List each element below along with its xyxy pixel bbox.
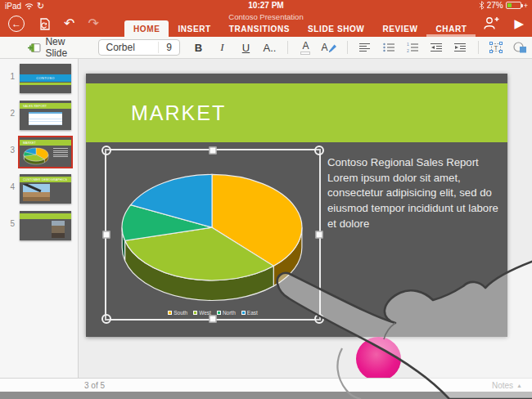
thumb3-title-band: MARKET (20, 140, 71, 146)
thumb2-title-band: SALES REPORT (20, 103, 71, 109)
tab-review[interactable]: REVIEW (373, 20, 426, 37)
app-header: iPad ↻ 10:27 PM 27% + Contoso Presentati… (0, 0, 532, 37)
format-painter-letter: A (321, 42, 327, 53)
toolbar-separator (347, 41, 348, 54)
font-selector[interactable]: Corbel 9 (98, 39, 181, 56)
font-color-swatch (300, 52, 310, 55)
outdent-icon (431, 43, 443, 52)
resize-handle-middle-right[interactable] (316, 231, 323, 239)
thumb3-pie-chart (22, 146, 53, 165)
status-footer: 3 of 5 Notes ▲ (0, 378, 532, 392)
resize-handle-bottom-center[interactable] (210, 316, 217, 323)
back-button[interactable]: ← (8, 16, 25, 32)
slide-thumbnail-3-selected[interactable]: MARKET (20, 137, 71, 167)
toolbar-separator (287, 41, 288, 54)
outdent-button[interactable] (425, 38, 449, 56)
clock: 10:27 PM (0, 1, 532, 10)
bullets-button[interactable] (377, 38, 401, 56)
notes-arrow-icon: ▲ (516, 383, 522, 388)
pie-chart[interactable] (106, 150, 319, 319)
notes-label: Notes (492, 381, 513, 390)
back-arrow-icon: ← (11, 19, 21, 29)
notes-toggle[interactable]: Notes ▲ (492, 381, 522, 390)
thumb-number: 4 (3, 182, 15, 191)
slide-thumbnail-1[interactable]: CONTOSO (20, 64, 71, 93)
bold-button[interactable]: B (187, 38, 210, 56)
font-color-button[interactable]: A (294, 38, 318, 56)
font-name-value[interactable]: Corbel (99, 42, 159, 53)
thumb4-airplane-wing (23, 184, 41, 192)
shapes-button[interactable] (508, 38, 532, 56)
more-formatting-button[interactable]: A.. (258, 38, 282, 56)
align-button[interactable] (354, 38, 377, 56)
add-people-icon[interactable] (482, 16, 499, 29)
indent-button[interactable] (449, 38, 472, 56)
slide-thumbnail-panel: 1 CONTOSO 2 SALES REPORT 3 MARKET 4 CUST… (0, 59, 79, 378)
legend-swatch (241, 311, 246, 315)
format-painter-button[interactable]: A (318, 38, 341, 56)
slide-thumbnail-2[interactable]: SALES REPORT (20, 101, 71, 130)
legend-label: South (174, 310, 187, 316)
bullet-list-icon (383, 43, 394, 52)
resize-handle-bottom-left[interactable] (101, 314, 111, 324)
font-size-value[interactable]: 9 (158, 42, 179, 53)
touch-indicator (356, 337, 401, 381)
slide-title-banner[interactable]: MARKET (86, 83, 507, 142)
home-ribbon-toolbar: New Slide Corbel 9 B I U A.. A A 12 (0, 37, 532, 59)
resize-handle-top-right[interactable] (314, 146, 324, 155)
tab-chart[interactable]: CHART (426, 20, 476, 37)
text-box-icon: T (489, 42, 503, 53)
chart-selection-frame[interactable]: South West North East (105, 149, 321, 321)
new-slide-icon (28, 43, 41, 53)
slide-thumbnail-5[interactable] (20, 211, 71, 240)
legend-item: East (241, 310, 258, 316)
present-play-button[interactable]: ▶ (514, 17, 524, 29)
pen-icon (328, 43, 337, 52)
slide-title[interactable]: MARKET (131, 101, 226, 125)
slide-body-textbox[interactable]: Contoso Regional Sales Report Lorem ipsu… (327, 155, 504, 232)
underline-button[interactable]: U (234, 38, 258, 56)
legend-label: East (247, 310, 258, 316)
font-color-letter: A (302, 41, 309, 51)
thumb-number: 5 (3, 219, 15, 228)
numbered-list-icon: 12 (407, 43, 418, 52)
italic-button[interactable]: I (210, 38, 234, 56)
numbering-button[interactable]: 12 (401, 38, 425, 56)
thumb3-text-lines (53, 148, 68, 159)
legend-swatch (217, 311, 221, 315)
thumb1-accent-stripe (20, 83, 71, 85)
resize-handle-top-center[interactable] (210, 147, 217, 155)
resize-handle-bottom-right[interactable] (314, 314, 324, 324)
shapes-icon (513, 42, 527, 53)
legend-swatch (168, 311, 172, 315)
bottom-strip (0, 392, 532, 399)
svg-text:1: 1 (407, 43, 409, 47)
legend-item: South (168, 310, 187, 316)
text-box-button[interactable]: T (485, 38, 508, 56)
slide-thumbnail-4[interactable]: CUSTOMER DEMOGRAPHICS (20, 174, 71, 204)
resize-handle-top-left[interactable] (101, 146, 111, 155)
powerpoint-ipad-app: iPad ↻ 10:27 PM 27% + Contoso Presentati… (0, 0, 532, 399)
tab-home[interactable]: HOME (124, 20, 169, 37)
battery-icon (506, 2, 521, 9)
thumb-number: 1 (3, 72, 15, 81)
tab-transitions[interactable]: TRANSITIONS (220, 20, 299, 37)
charging-icon: + (524, 2, 528, 10)
resize-handle-middle-left[interactable] (103, 231, 110, 239)
align-left-icon (359, 43, 371, 52)
save-icon[interactable] (38, 17, 51, 31)
thumb-number: 3 (3, 146, 15, 155)
thumb5-photo (52, 221, 65, 238)
tab-insert[interactable]: INSERT (169, 20, 219, 37)
page-indicator: 3 of 5 (84, 381, 105, 390)
new-slide-button[interactable]: New Slide (28, 36, 88, 59)
thumb2-table-graphic (29, 112, 62, 125)
legend-swatch (193, 311, 197, 315)
undo-button[interactable]: ↶ (64, 17, 74, 30)
svg-text:2: 2 (407, 48, 409, 53)
current-slide[interactable]: MARKET Contoso Regional Sales Report Lor… (86, 74, 507, 337)
svg-text:T: T (494, 44, 498, 52)
tab-slide-show[interactable]: SLIDE SHOW (299, 20, 373, 37)
redo-button[interactable]: ↷ (88, 17, 98, 30)
thumb4-title-band: CUSTOMER DEMOGRAPHICS (20, 177, 71, 182)
